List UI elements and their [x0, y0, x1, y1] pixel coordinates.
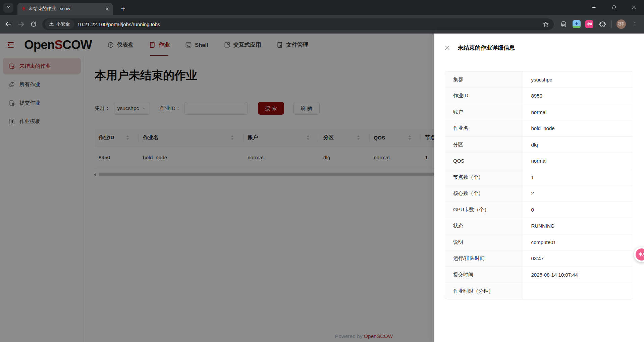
translate-extension-icon[interactable]: 中A [585, 20, 593, 28]
detail-label: 作业ID [445, 88, 523, 104]
detail-value: 0 [523, 202, 633, 218]
detail-label: 状态 [445, 218, 523, 234]
profile-avatar[interactable]: 冠宇 [616, 19, 626, 29]
detail-label: QOS [445, 153, 523, 169]
detail-row: 提交时间2025-08-14 10:07:44 [445, 267, 633, 283]
detail-row: 作业时限（分钟） [445, 283, 633, 299]
site-favicon: S [22, 5, 25, 12]
detail-label: 集群 [445, 71, 523, 88]
detail-value: normal [523, 153, 633, 169]
detail-label: 分区 [445, 136, 523, 153]
detail-value: ysucshpc [523, 71, 633, 88]
detail-label: 提交时间 [445, 267, 523, 283]
browser-tab[interactable]: S 未结束的作业 - scow [17, 3, 113, 15]
detail-label: 作业时限（分钟） [445, 283, 523, 299]
detail-row: 说明compute01 [445, 234, 633, 250]
job-detail-table: 集群ysucshpc 作业ID8950 账户normal 作业名hold_nod… [445, 71, 633, 299]
url-text[interactable]: 10.21.22.100/portal/jobs/runningJobs [77, 21, 537, 27]
chevron-down-icon [6, 5, 11, 11]
detail-value: normal [523, 104, 633, 120]
forward-button[interactable] [17, 20, 25, 28]
back-button[interactable] [5, 20, 12, 28]
tab-search-button[interactable] [3, 3, 13, 13]
window-minimize-button[interactable] [584, 0, 604, 15]
detail-row: 运行/排队时间03:47 [445, 250, 633, 267]
detail-label: 核心数（个） [445, 185, 523, 202]
app-area: OpenSCOW 仪表盘 作业 [0, 34, 644, 342]
translate-icon: 中A [636, 248, 644, 261]
goggles-extension-icon[interactable] [559, 20, 568, 28]
detail-row: 节点数（个）1 [445, 169, 633, 185]
detail-row: 分区dlq [445, 136, 633, 153]
bookmark-star-icon[interactable] [540, 21, 552, 27]
detail-row: 作业名hold_node [445, 120, 633, 137]
detail-row: 作业ID8950 [445, 88, 633, 104]
drawer-close-icon[interactable] [444, 45, 450, 51]
detail-row: QOSnormal [445, 153, 633, 169]
detail-label: 节点数（个） [445, 169, 523, 185]
detail-value: 1 [523, 169, 633, 185]
browser-menu-kebab-icon[interactable] [631, 20, 639, 28]
address-bar[interactable]: 不安全 10.21.22.100/portal/jobs/runningJobs [42, 18, 554, 30]
detail-row: 状态RUNNING [445, 218, 633, 234]
tab-close-icon[interactable] [105, 7, 109, 11]
detail-label: 说明 [445, 234, 523, 250]
download-extension-icon[interactable] [573, 20, 581, 28]
detail-value: 2025-08-14 10:07:44 [523, 267, 633, 283]
job-detail-drawer: 未结束的作业详细信息 集群ysucshpc 作业ID8950 账户normal … [434, 34, 644, 342]
toolbar-divider [611, 20, 612, 28]
browser-tab-strip: S 未结束的作业 - scow + [0, 0, 644, 15]
detail-value: 2 [523, 185, 633, 202]
security-warning-icon [49, 21, 54, 27]
detail-value: hold_node [523, 120, 633, 137]
tab-title: 未结束的作业 - scow [29, 6, 102, 12]
detail-label: 作业名 [445, 120, 523, 137]
security-label: 不安全 [56, 21, 70, 27]
detail-label: 账户 [445, 104, 523, 120]
extension-row: 中A 冠宇 [559, 19, 639, 29]
detail-value: 8950 [523, 88, 633, 104]
window-restore-button[interactable] [604, 0, 624, 15]
reload-button[interactable] [30, 21, 37, 27]
detail-value [523, 283, 633, 299]
detail-row: GPU卡数（个）0 [445, 202, 633, 218]
detail-value: dlq [523, 136, 633, 153]
detail-value: compute01 [523, 234, 633, 250]
detail-label: GPU卡数（个） [445, 202, 523, 218]
detail-row: 核心数（个）2 [445, 185, 633, 202]
security-chip[interactable]: 不安全 [45, 19, 74, 29]
window-controls [584, 0, 644, 15]
browser-toolbar: 不安全 10.21.22.100/portal/jobs/runningJobs… [0, 15, 644, 34]
drawer-header: 未结束的作业详细信息 [434, 34, 644, 62]
new-tab-button[interactable]: + [118, 4, 128, 14]
detail-row: 账户normal [445, 104, 633, 120]
detail-value: RUNNING [523, 218, 633, 234]
screen: S 未结束的作业 - scow + [0, 0, 644, 342]
extensions-puzzle-icon[interactable] [598, 20, 607, 28]
detail-row: 集群ysucshpc [445, 71, 633, 88]
drawer-title: 未结束的作业详细信息 [458, 44, 515, 52]
detail-label: 运行/排队时间 [445, 250, 523, 267]
window-close-button[interactable] [624, 0, 644, 15]
detail-value: 03:47 [523, 250, 633, 267]
